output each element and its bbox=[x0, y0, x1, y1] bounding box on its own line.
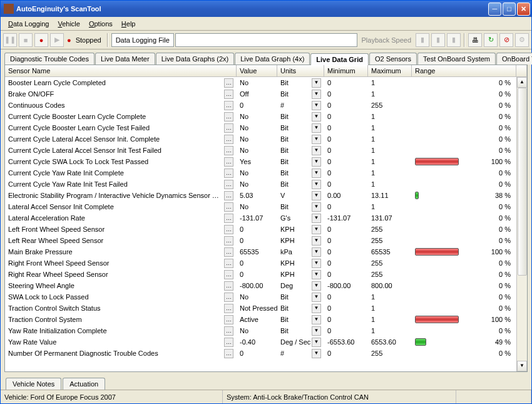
tab-live-data-grid[interactable]: Live Data Grid bbox=[310, 53, 369, 65]
units-dropdown-button[interactable]: ▼ bbox=[312, 123, 321, 133]
grid-row[interactable]: Right Front Wheel Speed Sensor…0KPH▼0255… bbox=[5, 257, 516, 269]
grid-row[interactable]: Lateral Acceleration Rate…-131.07G's▼-13… bbox=[5, 212, 516, 224]
units-dropdown-button[interactable]: ▼ bbox=[312, 293, 321, 302]
tab-o2-sensors[interactable]: O2 Sensors bbox=[369, 53, 417, 65]
data-logging-file-button[interactable]: Data Logging File bbox=[111, 33, 174, 47]
menu-data-logging[interactable]: Data Logging bbox=[4, 19, 53, 29]
row-options-button[interactable]: … bbox=[224, 78, 233, 88]
column-sensor-name[interactable]: Sensor Name bbox=[5, 65, 237, 76]
row-options-button[interactable]: … bbox=[224, 112, 233, 122]
row-options-button[interactable]: … bbox=[224, 304, 233, 313]
playback-faster-button[interactable]: ▮ bbox=[447, 33, 461, 47]
grid-row[interactable]: Traction Control System…ActiveBit▼01100 … bbox=[5, 314, 516, 325]
play-button[interactable]: ▶ bbox=[50, 33, 64, 47]
row-options-button[interactable]: … bbox=[224, 180, 233, 189]
grid-row[interactable]: Current Cycle SWA Lock To Lock Test Pass… bbox=[5, 156, 516, 167]
bottom-tab-actuation[interactable]: Actuation bbox=[63, 378, 105, 390]
units-dropdown-button[interactable]: ▼ bbox=[312, 135, 321, 144]
units-dropdown-button[interactable]: ▼ bbox=[312, 338, 321, 347]
row-options-button[interactable]: … bbox=[224, 101, 233, 110]
grid-row[interactable]: Continuous Codes…0#▼02550 % bbox=[5, 100, 516, 111]
column-units[interactable]: Units bbox=[277, 65, 324, 76]
tab-onboard-t[interactable]: OnBoard T bbox=[496, 53, 532, 65]
grid-row[interactable]: Left Rear Wheel Speed Sensor…0KPH▼02550 … bbox=[5, 235, 516, 246]
units-dropdown-button[interactable]: ▼ bbox=[312, 101, 321, 110]
column-value[interactable]: Value bbox=[237, 65, 277, 76]
grid-row[interactable]: Main Brake Pressure…65535kPa▼065535100 % bbox=[5, 246, 516, 257]
playback-mid-button[interactable]: ▮ bbox=[431, 33, 445, 47]
grid-row[interactable]: Booster Learn Cycle Completed…NoBit▼010 … bbox=[5, 77, 516, 88]
grid-row[interactable]: Electronic Stability Program / Interacti… bbox=[5, 190, 516, 201]
units-dropdown-button[interactable]: ▼ bbox=[312, 112, 321, 122]
row-options-button[interactable]: … bbox=[224, 168, 233, 178]
units-dropdown-button[interactable]: ▼ bbox=[312, 214, 321, 223]
units-dropdown-button[interactable]: ▼ bbox=[312, 247, 321, 257]
grid-row[interactable]: Number Of Permanent Diagnostic Trouble C… bbox=[5, 348, 516, 359]
grid-row[interactable]: Current Cycle Lateral Accel Sensor Init.… bbox=[5, 133, 516, 145]
units-dropdown-button[interactable]: ▼ bbox=[312, 180, 321, 189]
minimize-button[interactable]: ─ bbox=[488, 3, 501, 16]
stop-button[interactable]: ■ bbox=[19, 33, 33, 47]
units-dropdown-button[interactable]: ▼ bbox=[312, 225, 321, 234]
grid-row[interactable]: Current Cycle Yaw Rate Init Complete…NoB… bbox=[5, 167, 516, 179]
playback-slower-button[interactable]: ▮ bbox=[416, 33, 429, 47]
grid-row[interactable]: Steering Wheel Angle…-800.00Deg▼-800.008… bbox=[5, 280, 516, 291]
tab-test-onboard-system[interactable]: Test OnBoard System bbox=[417, 53, 496, 65]
units-dropdown-button[interactable]: ▼ bbox=[312, 78, 321, 88]
row-options-button[interactable]: … bbox=[224, 270, 233, 279]
record-button[interactable]: ● bbox=[34, 33, 48, 47]
grid-row[interactable]: Brake ON/OFF…OffBit▼010 % bbox=[5, 88, 516, 100]
tab-diagnostic-trouble-codes[interactable]: Diagnostic Trouble Codes bbox=[4, 53, 95, 65]
grid-row[interactable]: Current Cycle Booster Learn Cycle Test F… bbox=[5, 122, 516, 133]
close-button[interactable]: ✕ bbox=[517, 3, 530, 16]
print-button[interactable]: 🖶 bbox=[468, 33, 482, 47]
grid-row[interactable]: Lateral Accel Sensor Init Complete…NoBit… bbox=[5, 201, 516, 212]
settings-button[interactable]: ⚙ bbox=[515, 33, 529, 47]
row-options-button[interactable]: … bbox=[224, 281, 233, 291]
vertical-scrollbar[interactable]: ▲ ▼ bbox=[516, 77, 527, 371]
tab-live-data-graph-4x-[interactable]: Live Data Graph (4x) bbox=[235, 53, 310, 65]
grid-row[interactable]: Right Rear Wheel Speed Sensor…0KPH▼02550… bbox=[5, 269, 516, 280]
row-options-button[interactable]: … bbox=[224, 90, 233, 99]
row-options-button[interactable]: … bbox=[224, 191, 233, 200]
column-maximum[interactable]: Maximum bbox=[368, 65, 412, 76]
row-options-button[interactable]: … bbox=[224, 315, 233, 324]
row-options-button[interactable]: … bbox=[224, 338, 233, 347]
bottom-tab-vehicle-notes[interactable]: Vehicle Notes bbox=[6, 378, 61, 390]
row-options-button[interactable]: … bbox=[224, 202, 233, 212]
row-options-button[interactable]: … bbox=[224, 326, 233, 336]
column-minimum[interactable]: Minimum bbox=[324, 65, 368, 76]
row-options-button[interactable]: … bbox=[224, 349, 233, 358]
units-dropdown-button[interactable]: ▼ bbox=[312, 90, 321, 99]
units-dropdown-button[interactable]: ▼ bbox=[312, 326, 321, 336]
row-options-button[interactable]: … bbox=[224, 157, 233, 167]
units-dropdown-button[interactable]: ▼ bbox=[312, 304, 321, 313]
row-options-button[interactable]: … bbox=[224, 214, 233, 223]
tab-live-data-meter[interactable]: Live Data Meter bbox=[95, 53, 155, 65]
grid-row[interactable]: Traction Control Switch Status…Not Press… bbox=[5, 303, 516, 314]
row-options-button[interactable]: … bbox=[224, 225, 233, 234]
row-options-button[interactable]: … bbox=[224, 135, 233, 144]
tab-live-data-graphs-2x-[interactable]: Live Data Graphs (2x) bbox=[156, 53, 235, 65]
units-dropdown-button[interactable]: ▼ bbox=[312, 157, 321, 167]
grid-row[interactable]: SWA Lock to Lock Passed…NoBit▼010 % bbox=[5, 291, 516, 303]
units-dropdown-button[interactable]: ▼ bbox=[312, 202, 321, 212]
units-dropdown-button[interactable]: ▼ bbox=[312, 191, 321, 200]
grid-row[interactable]: Current Cycle Yaw Rate Init Test Failed…… bbox=[5, 179, 516, 190]
row-options-button[interactable]: … bbox=[224, 146, 233, 155]
units-dropdown-button[interactable]: ▼ bbox=[312, 349, 321, 358]
data-logging-file-input[interactable] bbox=[175, 33, 357, 47]
grid-row[interactable]: Current Cycle Booster Learn Cycle Comple… bbox=[5, 111, 516, 122]
row-options-button[interactable]: … bbox=[224, 247, 233, 257]
units-dropdown-button[interactable]: ▼ bbox=[312, 259, 321, 268]
scroll-up-button[interactable]: ▲ bbox=[517, 77, 527, 88]
units-dropdown-button[interactable]: ▼ bbox=[312, 146, 321, 155]
row-options-button[interactable]: … bbox=[224, 293, 233, 302]
refresh-button[interactable]: ↻ bbox=[484, 33, 498, 47]
menu-vehicle[interactable]: Vehicle bbox=[54, 19, 83, 29]
row-options-button[interactable]: … bbox=[224, 236, 233, 246]
row-options-button[interactable]: … bbox=[224, 123, 233, 133]
units-dropdown-button[interactable]: ▼ bbox=[312, 281, 321, 291]
units-dropdown-button[interactable]: ▼ bbox=[312, 168, 321, 178]
scroll-thumb[interactable] bbox=[518, 88, 527, 276]
